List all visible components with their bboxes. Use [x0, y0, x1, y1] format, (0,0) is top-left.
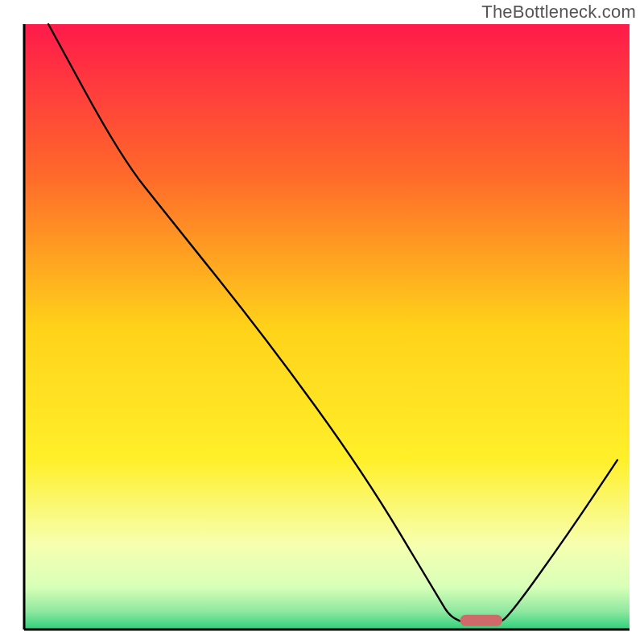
bottleneck-chart — [0, 0, 644, 644]
chart-stage: TheBottleneck.com — [0, 0, 644, 644]
gradient-background — [24, 24, 630, 630]
optimal-range-marker — [460, 615, 502, 626]
